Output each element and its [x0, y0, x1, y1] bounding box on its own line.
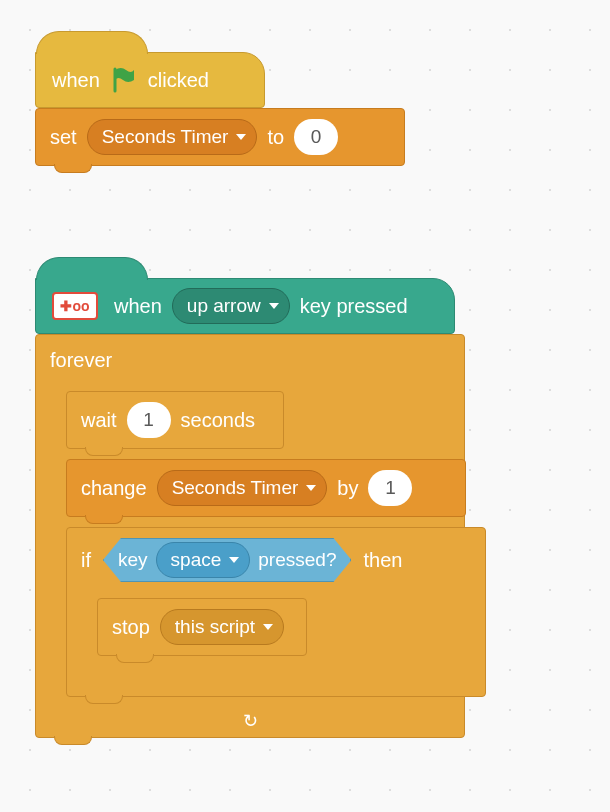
set-variable-block[interactable]: set Seconds Timer to 0 [35, 108, 405, 166]
change-label: change [81, 477, 147, 500]
set-label: set [50, 126, 77, 149]
hat-text-suffix: clicked [148, 69, 209, 92]
stop-block[interactable]: stop this script [97, 598, 307, 656]
variable-dropdown[interactable]: Seconds Timer [157, 470, 328, 506]
hat-text-suffix: key pressed [300, 295, 408, 318]
wait-label: wait [81, 409, 117, 432]
loop-arrow-icon: ↻ [243, 710, 258, 732]
change-value-input[interactable]: 1 [368, 470, 412, 506]
seconds-label: seconds [181, 409, 256, 432]
wait-block[interactable]: wait 1 seconds [66, 391, 284, 449]
makey-makey-icon: ✚oo [52, 292, 98, 320]
if-label: if [81, 549, 91, 572]
when-flag-clicked-hat[interactable]: when clicked [35, 52, 265, 108]
if-block[interactable]: if key space pressed? then stop this scr… [66, 527, 486, 697]
variable-dropdown[interactable]: Seconds Timer [87, 119, 258, 155]
then-label: then [363, 549, 402, 572]
stop-option-dropdown[interactable]: this script [160, 609, 284, 645]
script-1: when clicked set Seconds Timer to 0 [35, 52, 610, 166]
key-label: key [118, 549, 148, 571]
forever-block[interactable]: forever wait 1 seconds change Seconds Ti… [35, 334, 465, 738]
stop-label: stop [112, 616, 150, 639]
wait-value-input[interactable]: 1 [127, 402, 171, 438]
pressed-label: pressed? [258, 549, 336, 571]
hat-text-prefix: when [114, 295, 162, 318]
by-label: by [337, 477, 358, 500]
change-variable-block[interactable]: change Seconds Timer by 1 [66, 459, 466, 517]
when-key-pressed-hat[interactable]: ✚oo when up arrow key pressed [35, 278, 455, 334]
to-label: to [267, 126, 284, 149]
hat-text-prefix: when [52, 69, 100, 92]
script-2: ✚oo when up arrow key pressed forever wa… [35, 278, 610, 738]
value-input[interactable]: 0 [294, 119, 338, 155]
green-flag-icon [110, 66, 138, 94]
key-pressed-boolean[interactable]: key space pressed? [103, 538, 351, 582]
forever-label: forever [50, 349, 112, 372]
key-dropdown[interactable]: up arrow [172, 288, 290, 324]
key-dropdown[interactable]: space [156, 542, 251, 578]
